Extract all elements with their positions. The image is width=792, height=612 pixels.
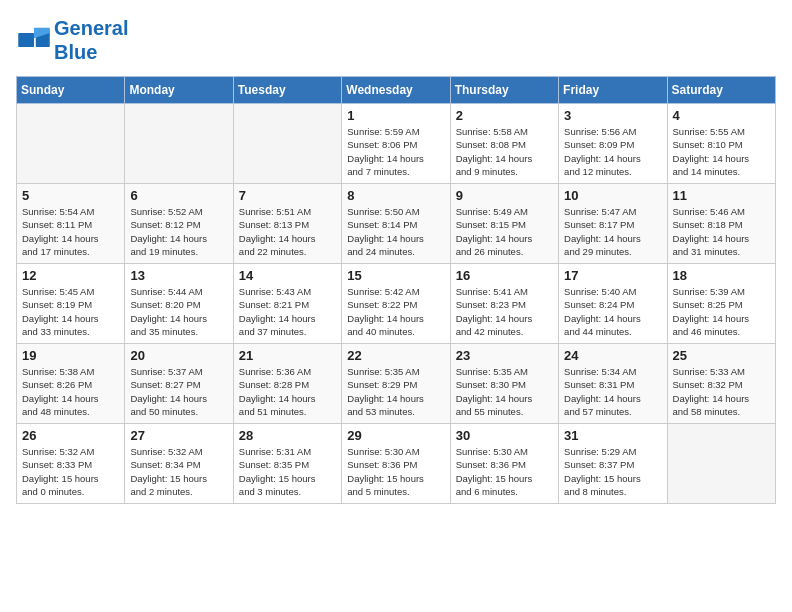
logo-icon (16, 26, 52, 54)
day-info: Sunrise: 5:47 AMSunset: 8:17 PMDaylight:… (564, 205, 661, 258)
day-number: 26 (22, 428, 119, 443)
column-header-monday: Monday (125, 77, 233, 104)
day-number: 2 (456, 108, 553, 123)
day-info: Sunrise: 5:30 AMSunset: 8:36 PMDaylight:… (456, 445, 553, 498)
day-info: Sunrise: 5:35 AMSunset: 8:30 PMDaylight:… (456, 365, 553, 418)
day-info: Sunrise: 5:45 AMSunset: 8:19 PMDaylight:… (22, 285, 119, 338)
day-number: 27 (130, 428, 227, 443)
day-number: 3 (564, 108, 661, 123)
day-number: 29 (347, 428, 444, 443)
day-number: 18 (673, 268, 770, 283)
calendar-cell: 2Sunrise: 5:58 AMSunset: 8:08 PMDaylight… (450, 104, 558, 184)
calendar-cell: 5Sunrise: 5:54 AMSunset: 8:11 PMDaylight… (17, 184, 125, 264)
column-header-sunday: Sunday (17, 77, 125, 104)
day-number: 12 (22, 268, 119, 283)
day-info: Sunrise: 5:54 AMSunset: 8:11 PMDaylight:… (22, 205, 119, 258)
page-header: General Blue (16, 16, 776, 64)
logo: General Blue (16, 16, 128, 64)
calendar-cell: 20Sunrise: 5:37 AMSunset: 8:27 PMDayligh… (125, 344, 233, 424)
day-info: Sunrise: 5:44 AMSunset: 8:20 PMDaylight:… (130, 285, 227, 338)
day-number: 6 (130, 188, 227, 203)
day-info: Sunrise: 5:32 AMSunset: 8:34 PMDaylight:… (130, 445, 227, 498)
day-info: Sunrise: 5:52 AMSunset: 8:12 PMDaylight:… (130, 205, 227, 258)
day-number: 15 (347, 268, 444, 283)
calendar-week-2: 5Sunrise: 5:54 AMSunset: 8:11 PMDaylight… (17, 184, 776, 264)
calendar-header-row: SundayMondayTuesdayWednesdayThursdayFrid… (17, 77, 776, 104)
day-info: Sunrise: 5:37 AMSunset: 8:27 PMDaylight:… (130, 365, 227, 418)
day-info: Sunrise: 5:36 AMSunset: 8:28 PMDaylight:… (239, 365, 336, 418)
day-info: Sunrise: 5:55 AMSunset: 8:10 PMDaylight:… (673, 125, 770, 178)
calendar-cell: 25Sunrise: 5:33 AMSunset: 8:32 PMDayligh… (667, 344, 775, 424)
day-info: Sunrise: 5:50 AMSunset: 8:14 PMDaylight:… (347, 205, 444, 258)
calendar-cell (125, 104, 233, 184)
day-info: Sunrise: 5:30 AMSunset: 8:36 PMDaylight:… (347, 445, 444, 498)
calendar-cell: 8Sunrise: 5:50 AMSunset: 8:14 PMDaylight… (342, 184, 450, 264)
logo-text: General Blue (54, 16, 128, 64)
calendar-cell: 7Sunrise: 5:51 AMSunset: 8:13 PMDaylight… (233, 184, 341, 264)
svg-rect-0 (18, 33, 34, 47)
calendar-cell: 21Sunrise: 5:36 AMSunset: 8:28 PMDayligh… (233, 344, 341, 424)
day-info: Sunrise: 5:41 AMSunset: 8:23 PMDaylight:… (456, 285, 553, 338)
calendar-week-5: 26Sunrise: 5:32 AMSunset: 8:33 PMDayligh… (17, 424, 776, 504)
day-info: Sunrise: 5:32 AMSunset: 8:33 PMDaylight:… (22, 445, 119, 498)
day-info: Sunrise: 5:35 AMSunset: 8:29 PMDaylight:… (347, 365, 444, 418)
day-info: Sunrise: 5:43 AMSunset: 8:21 PMDaylight:… (239, 285, 336, 338)
day-info: Sunrise: 5:40 AMSunset: 8:24 PMDaylight:… (564, 285, 661, 338)
day-info: Sunrise: 5:56 AMSunset: 8:09 PMDaylight:… (564, 125, 661, 178)
calendar-cell: 15Sunrise: 5:42 AMSunset: 8:22 PMDayligh… (342, 264, 450, 344)
day-number: 11 (673, 188, 770, 203)
day-number: 19 (22, 348, 119, 363)
day-info: Sunrise: 5:38 AMSunset: 8:26 PMDaylight:… (22, 365, 119, 418)
day-number: 9 (456, 188, 553, 203)
day-info: Sunrise: 5:51 AMSunset: 8:13 PMDaylight:… (239, 205, 336, 258)
calendar-cell (667, 424, 775, 504)
day-number: 13 (130, 268, 227, 283)
day-info: Sunrise: 5:58 AMSunset: 8:08 PMDaylight:… (456, 125, 553, 178)
day-number: 4 (673, 108, 770, 123)
calendar-cell: 16Sunrise: 5:41 AMSunset: 8:23 PMDayligh… (450, 264, 558, 344)
calendar-cell: 29Sunrise: 5:30 AMSunset: 8:36 PMDayligh… (342, 424, 450, 504)
calendar-week-3: 12Sunrise: 5:45 AMSunset: 8:19 PMDayligh… (17, 264, 776, 344)
day-info: Sunrise: 5:33 AMSunset: 8:32 PMDaylight:… (673, 365, 770, 418)
day-info: Sunrise: 5:39 AMSunset: 8:25 PMDaylight:… (673, 285, 770, 338)
calendar-cell: 28Sunrise: 5:31 AMSunset: 8:35 PMDayligh… (233, 424, 341, 504)
calendar-cell: 30Sunrise: 5:30 AMSunset: 8:36 PMDayligh… (450, 424, 558, 504)
calendar-cell: 1Sunrise: 5:59 AMSunset: 8:06 PMDaylight… (342, 104, 450, 184)
calendar-week-4: 19Sunrise: 5:38 AMSunset: 8:26 PMDayligh… (17, 344, 776, 424)
day-number: 10 (564, 188, 661, 203)
column-header-wednesday: Wednesday (342, 77, 450, 104)
column-header-friday: Friday (559, 77, 667, 104)
day-number: 28 (239, 428, 336, 443)
column-header-thursday: Thursday (450, 77, 558, 104)
calendar-cell (17, 104, 125, 184)
calendar-cell: 13Sunrise: 5:44 AMSunset: 8:20 PMDayligh… (125, 264, 233, 344)
day-number: 8 (347, 188, 444, 203)
calendar-cell: 6Sunrise: 5:52 AMSunset: 8:12 PMDaylight… (125, 184, 233, 264)
day-number: 31 (564, 428, 661, 443)
calendar-cell: 11Sunrise: 5:46 AMSunset: 8:18 PMDayligh… (667, 184, 775, 264)
day-info: Sunrise: 5:34 AMSunset: 8:31 PMDaylight:… (564, 365, 661, 418)
day-info: Sunrise: 5:49 AMSunset: 8:15 PMDaylight:… (456, 205, 553, 258)
calendar-cell: 27Sunrise: 5:32 AMSunset: 8:34 PMDayligh… (125, 424, 233, 504)
calendar-week-1: 1Sunrise: 5:59 AMSunset: 8:06 PMDaylight… (17, 104, 776, 184)
calendar-cell: 18Sunrise: 5:39 AMSunset: 8:25 PMDayligh… (667, 264, 775, 344)
day-info: Sunrise: 5:42 AMSunset: 8:22 PMDaylight:… (347, 285, 444, 338)
day-number: 25 (673, 348, 770, 363)
calendar-cell: 14Sunrise: 5:43 AMSunset: 8:21 PMDayligh… (233, 264, 341, 344)
calendar-cell: 9Sunrise: 5:49 AMSunset: 8:15 PMDaylight… (450, 184, 558, 264)
day-number: 23 (456, 348, 553, 363)
column-header-saturday: Saturday (667, 77, 775, 104)
day-number: 1 (347, 108, 444, 123)
calendar-cell (233, 104, 341, 184)
calendar-cell: 3Sunrise: 5:56 AMSunset: 8:09 PMDaylight… (559, 104, 667, 184)
day-info: Sunrise: 5:29 AMSunset: 8:37 PMDaylight:… (564, 445, 661, 498)
calendar-cell: 26Sunrise: 5:32 AMSunset: 8:33 PMDayligh… (17, 424, 125, 504)
day-number: 22 (347, 348, 444, 363)
calendar-cell: 10Sunrise: 5:47 AMSunset: 8:17 PMDayligh… (559, 184, 667, 264)
day-number: 20 (130, 348, 227, 363)
calendar-cell: 24Sunrise: 5:34 AMSunset: 8:31 PMDayligh… (559, 344, 667, 424)
day-number: 30 (456, 428, 553, 443)
calendar-cell: 23Sunrise: 5:35 AMSunset: 8:30 PMDayligh… (450, 344, 558, 424)
day-number: 24 (564, 348, 661, 363)
day-info: Sunrise: 5:31 AMSunset: 8:35 PMDaylight:… (239, 445, 336, 498)
